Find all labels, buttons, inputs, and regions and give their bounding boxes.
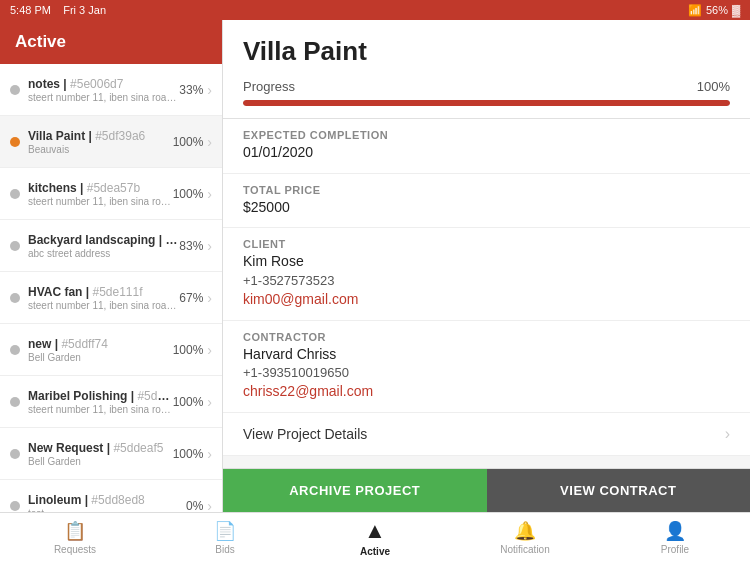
total-price-label: TOTAL PRICE [243, 184, 730, 196]
dot-icon [10, 241, 20, 251]
active-icon: ▲ [364, 518, 386, 544]
requests-icon: 📋 [64, 520, 86, 542]
sidebar: Active notes | #5e006d7 steert number 11… [0, 20, 223, 512]
dot-icon [10, 293, 20, 303]
progress-label: Progress [243, 79, 295, 94]
item-percent: 100% [173, 447, 204, 461]
sidebar-title: Active [15, 32, 66, 52]
item-subtitle: test [28, 508, 186, 513]
right-panel: Villa Paint Progress 100% EXPECTED COMPL… [223, 20, 750, 512]
item-info: Backyard landscaping | #5de79e0 abc stre… [28, 233, 179, 259]
item-subtitle: Bell Garden [28, 352, 173, 363]
progress-bar-fill [243, 100, 730, 106]
tab-notification-label: Notification [500, 544, 549, 555]
sidebar-item-backyard[interactable]: Backyard landscaping | #5de79e0 abc stre… [0, 220, 222, 272]
notification-icon: 🔔 [514, 520, 536, 542]
tab-bids-label: Bids [215, 544, 234, 555]
contractor-row: CONTRACTOR Harvard Chriss +1-39351001965… [223, 321, 750, 413]
item-title: kitchens | #5dea57b [28, 181, 173, 195]
item-percent: 100% [173, 395, 204, 409]
item-subtitle: steert number 11, iben sina road,islama.… [28, 92, 179, 103]
tab-active[interactable]: ▲ Active [300, 513, 450, 562]
item-percent: 83% [179, 239, 203, 253]
sidebar-list: notes | #5e006d7 steert number 11, iben … [0, 64, 222, 512]
item-subtitle: steert number 11, iben sina road,islama.… [28, 300, 179, 311]
dot-icon [10, 501, 20, 511]
client-email[interactable]: kim00@gmail.com [243, 290, 730, 310]
main-layout: Active notes | #5e006d7 steert number 11… [0, 20, 750, 512]
item-title: Villa Paint | #5df39a6 [28, 129, 173, 143]
item-percent: 33% [179, 83, 203, 97]
sidebar-item-hvac[interactable]: HVAC fan | #5de111f steert number 11, ib… [0, 272, 222, 324]
battery-icon: ▓ [732, 4, 740, 16]
action-buttons: ARCHIVE PROJECT VIEW CONTRACT [223, 468, 750, 512]
item-info: New Request | #5ddeaf5 Bell Garden [28, 441, 173, 467]
item-percent: 0% [186, 499, 203, 513]
tab-profile-label: Profile [661, 544, 689, 555]
tab-requests-label: Requests [54, 544, 96, 555]
tab-active-label: Active [360, 546, 390, 557]
chevron-right-icon: › [207, 134, 212, 150]
expected-completion-value: 01/01/2020 [243, 143, 730, 163]
chevron-right-icon: › [207, 186, 212, 202]
tab-bids[interactable]: 📄 Bids [150, 513, 300, 562]
contractor-phone: +1-393510019650 [243, 364, 730, 382]
client-phone: +1-3527573523 [243, 272, 730, 290]
chevron-right-icon: › [725, 425, 730, 443]
chevron-right-icon: › [207, 82, 212, 98]
project-title: Villa Paint [243, 36, 730, 67]
total-price-value: $25000 [243, 198, 730, 218]
item-subtitle: Bell Garden [28, 456, 173, 467]
item-subtitle: steert number 11, iben sina road,islam..… [28, 404, 173, 415]
item-info: kitchens | #5dea57b steert number 11, ib… [28, 181, 173, 207]
sidebar-item-villa-paint[interactable]: Villa Paint | #5df39a6 Beauvais 100% › [0, 116, 222, 168]
item-subtitle: abc street address [28, 248, 179, 259]
item-title: Backyard landscaping | #5de79e0 [28, 233, 179, 247]
contractor-email[interactable]: chriss22@gmail.com [243, 382, 730, 402]
sidebar-item-new-request[interactable]: New Request | #5ddeaf5 Bell Garden 100% … [0, 428, 222, 480]
wifi-icon: 📶 [688, 4, 702, 17]
chevron-right-icon: › [207, 446, 212, 462]
archive-project-button[interactable]: ARCHIVE PROJECT [223, 469, 487, 512]
sidebar-header: Active [0, 20, 222, 64]
chevron-right-icon: › [207, 498, 212, 513]
chevron-right-icon: › [207, 238, 212, 254]
item-title: Linoleum | #5dd8ed8 [28, 493, 186, 507]
sidebar-item-new[interactable]: new | #5ddff74 Bell Garden 100% › [0, 324, 222, 376]
dot-icon [10, 137, 20, 147]
sidebar-item-linoleum[interactable]: Linoleum | #5dd8ed8 test 0% › [0, 480, 222, 512]
profile-icon: 👤 [664, 520, 686, 542]
dot-icon [10, 397, 20, 407]
tab-notification[interactable]: 🔔 Notification [450, 513, 600, 562]
chevron-right-icon: › [207, 342, 212, 358]
item-info: Villa Paint | #5df39a6 Beauvais [28, 129, 173, 155]
tab-profile[interactable]: 👤 Profile [600, 513, 750, 562]
status-bar-right: 📶 56% ▓ [688, 4, 740, 17]
item-info: Maribel Polishing | #5ddfa7c steert numb… [28, 389, 173, 415]
tab-requests[interactable]: 📋 Requests [0, 513, 150, 562]
item-title: notes | #5e006d7 [28, 77, 179, 91]
sidebar-item-notes[interactable]: notes | #5e006d7 steert number 11, iben … [0, 64, 222, 116]
dot-icon [10, 189, 20, 199]
item-info: notes | #5e006d7 steert number 11, iben … [28, 77, 179, 103]
status-bar: 5:48 PM Fri 3 Jan 📶 56% ▓ [0, 0, 750, 20]
tab-bar: 📋 Requests 📄 Bids ▲ Active 🔔 Notificatio… [0, 512, 750, 562]
item-subtitle: Beauvais [28, 144, 173, 155]
dot-icon [10, 345, 20, 355]
progress-section-header: PROGRESS [223, 456, 750, 468]
sidebar-item-kitchens[interactable]: kitchens | #5dea57b steert number 11, ib… [0, 168, 222, 220]
sidebar-item-maribel[interactable]: Maribel Polishing | #5ddfa7c steert numb… [0, 376, 222, 428]
item-title: New Request | #5ddeaf5 [28, 441, 173, 455]
details-section: EXPECTED COMPLETION 01/01/2020 TOTAL PRI… [223, 119, 750, 468]
view-project-text: View Project Details [243, 426, 367, 442]
contractor-name: Harvard Chriss [243, 345, 730, 365]
dot-icon [10, 449, 20, 459]
view-project-details-row[interactable]: View Project Details › [223, 413, 750, 456]
item-info: Linoleum | #5dd8ed8 test [28, 493, 186, 513]
bids-icon: 📄 [214, 520, 236, 542]
item-percent: 67% [179, 291, 203, 305]
battery-text: 56% [706, 4, 728, 16]
progress-bar-track [243, 100, 730, 106]
view-contract-button[interactable]: VIEW CONTRACT [487, 469, 751, 512]
status-time-date: 5:48 PM Fri 3 Jan [10, 4, 106, 16]
